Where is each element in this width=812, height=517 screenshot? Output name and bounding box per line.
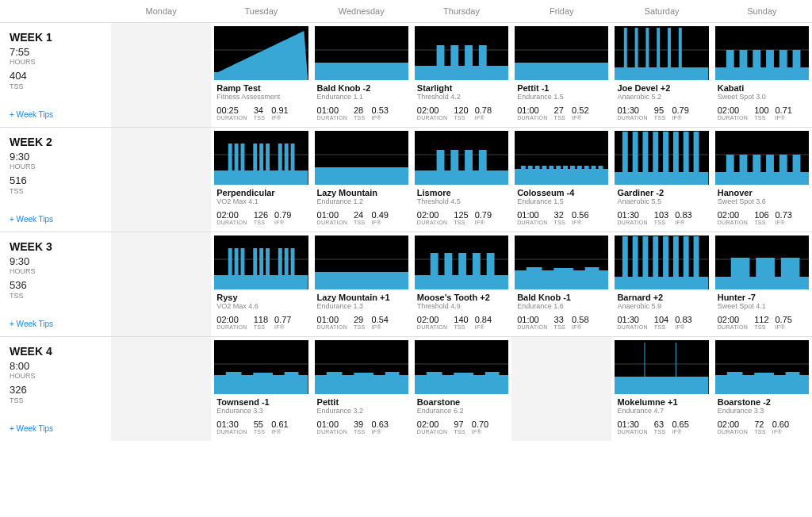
tss-label: TSS (10, 82, 106, 90)
svg-rect-84 (254, 248, 258, 275)
workout-card[interactable]: Pettit Endurance 3.2 01:00DURATION 39TSS… (315, 340, 408, 438)
week-tips-link[interactable]: + Week Tips (10, 308, 106, 328)
svg-rect-123 (285, 372, 299, 375)
workout-name: Pettit (315, 397, 408, 407)
workout-name: Pettit -1 (515, 83, 608, 93)
workout-card[interactable]: Lazy Mountain Endurance 1.2 01:00DURATIO… (315, 131, 408, 228)
svg-rect-83 (241, 248, 245, 275)
if-value: 0.79 (475, 210, 492, 220)
duration-value: 01:30 (617, 315, 647, 324)
week-tips-link[interactable]: + Week Tips (10, 204, 106, 224)
workout-type: Sweet Spot 3.0 (715, 93, 809, 101)
svg-rect-43 (436, 150, 444, 170)
day-cell: Barnard +2 Anaerobic 5.9 01:30DURATION 1… (611, 232, 711, 336)
workout-card[interactable]: Townsend -1 Endurance 3.3 01:30DURATION … (214, 340, 308, 438)
workout-card[interactable]: Hanover Sweet Spot 3.6 02:00DURATION 106… (715, 131, 809, 228)
svg-rect-116 (730, 258, 749, 277)
duration-label: DURATION (617, 324, 647, 330)
if-label: IF® (776, 220, 792, 225)
week-title: WEEK 1 (10, 31, 106, 44)
tss-stat-label: TSS (454, 220, 468, 225)
svg-rect-77 (779, 155, 787, 172)
tss-value: 72 (754, 419, 766, 429)
day-cell: Moose's Tooth +2 Threshold 4.9 02:00DURA… (412, 232, 511, 336)
svg-rect-9 (479, 45, 487, 66)
workout-card[interactable]: Boarstone -2 Endurance 3.3 02:00DURATION… (715, 340, 809, 438)
week-info: WEEK 1 7:55 HOURS 404 TSS + Week Tips (0, 22, 111, 127)
workout-card[interactable]: Ramp Test Fitness Assessment 00:25DURATI… (214, 26, 308, 124)
tss-value: 27 (554, 105, 566, 115)
workout-card[interactable]: Lismore Threshold 4.5 02:00DURATION 125T… (415, 131, 508, 228)
week-tips-link[interactable]: + Week Tips (10, 99, 106, 119)
workout-card[interactable]: Bald Knob -2 Endurance 1.1 01:00DURATION… (315, 26, 408, 124)
day-header: Sunday (712, 0, 812, 22)
workout-card[interactable]: Lazy Mountain +1 Endurance 1.3 01:00DURA… (315, 236, 408, 333)
tss-stat-label: TSS (254, 324, 268, 330)
svg-rect-108 (643, 236, 649, 277)
if-value: 0.84 (475, 315, 492, 324)
day-cell: Boarstone -2 Endurance 3.3 02:00DURATION… (712, 336, 812, 441)
workout-chart (315, 340, 408, 394)
if-label: IF® (475, 115, 492, 121)
duration-value: 01:30 (617, 210, 647, 220)
workout-card[interactable]: Boarstone Endurance 6.2 02:00DURATION 97… (415, 340, 508, 438)
tss-stat-label: TSS (554, 324, 566, 330)
workout-chart (415, 236, 508, 289)
tss-value: 118 (254, 315, 268, 324)
workout-chart (315, 26, 408, 80)
workout-type: Anaerobic 5.5 (615, 197, 708, 205)
workout-card[interactable]: Barnard +2 Anaerobic 5.9 01:30DURATION 1… (615, 236, 708, 333)
duration-label: DURATION (517, 220, 547, 225)
workout-type: Endurance 4.7 (615, 407, 708, 415)
svg-rect-117 (756, 258, 775, 277)
svg-rect-137 (676, 343, 676, 377)
svg-rect-36 (278, 144, 282, 170)
svg-rect-37 (285, 144, 289, 170)
day-cell: Lismore Threshold 4.5 02:00DURATION 125T… (412, 127, 511, 232)
workout-card[interactable]: Gardiner -2 Anaerobic 5.5 01:30DURATION … (615, 131, 708, 228)
week-tips-link[interactable]: + Week Tips (10, 413, 106, 433)
workout-card[interactable]: Hunter -7 Sweet Spot 4.1 02:00DURATION 1… (715, 236, 809, 333)
workout-chart (615, 236, 708, 289)
tss-label: TSS (10, 396, 106, 404)
workout-card[interactable]: Starlight Threshold 4.2 02:00DURATION 12… (415, 26, 508, 124)
tss-stat-label: TSS (754, 115, 768, 121)
workout-card[interactable]: Bald Knob -1 Endurance 1.6 01:00DURATION… (515, 236, 608, 333)
tss-value: 100 (754, 105, 768, 115)
tss-value: 126 (254, 210, 268, 220)
svg-rect-136 (645, 343, 645, 377)
svg-rect-80 (214, 275, 308, 289)
workout-card[interactable]: Mokelumne +1 Endurance 4.7 01:30DURATION… (615, 340, 708, 438)
day-header: Friday (511, 0, 611, 22)
svg-rect-94 (431, 253, 439, 275)
tss-value: 39 (354, 419, 366, 429)
duration-value: 02:00 (417, 315, 447, 324)
tss-stat-label: TSS (754, 429, 766, 435)
svg-rect-118 (781, 258, 800, 277)
workout-card[interactable]: Perpendicular VO2 Max 4.1 02:00DURATION … (214, 131, 308, 228)
workout-card[interactable]: Pettit -1 Endurance 1.5 01:00DURATION 27… (515, 26, 608, 124)
svg-rect-6 (436, 45, 444, 66)
if-label: IF® (274, 324, 291, 330)
svg-rect-133 (485, 372, 500, 375)
workout-card[interactable]: Colosseum -4 Endurance 1.5 01:00DURATION… (515, 131, 608, 228)
svg-rect-82 (235, 248, 239, 275)
workout-card[interactable]: Joe Devel +2 Anaerobic 5.2 01:30DURATION… (615, 26, 708, 124)
svg-rect-106 (622, 236, 628, 277)
workout-card[interactable]: Kabati Sweet Spot 3.0 02:00DURATION 100T… (715, 26, 809, 124)
svg-rect-130 (415, 375, 508, 394)
tss-stat-label: TSS (354, 429, 366, 435)
empty-day (111, 232, 211, 336)
workout-chart (515, 131, 608, 185)
svg-rect-22 (726, 50, 734, 67)
workout-card[interactable]: Moose's Tooth +2 Threshold 4.9 02:00DURA… (415, 236, 508, 333)
svg-rect-141 (754, 373, 774, 375)
svg-rect-33 (254, 144, 258, 170)
svg-rect-57 (577, 166, 582, 169)
svg-rect-14 (624, 28, 627, 67)
duration-value: 02:00 (718, 210, 748, 220)
day-cell: Lazy Mountain Endurance 1.2 01:00DURATIO… (312, 127, 412, 232)
workout-chart (315, 236, 408, 289)
duration-label: DURATION (718, 324, 748, 330)
workout-card[interactable]: Rysy VO2 Max 4.6 02:00DURATION 118TSS 0.… (214, 236, 308, 333)
